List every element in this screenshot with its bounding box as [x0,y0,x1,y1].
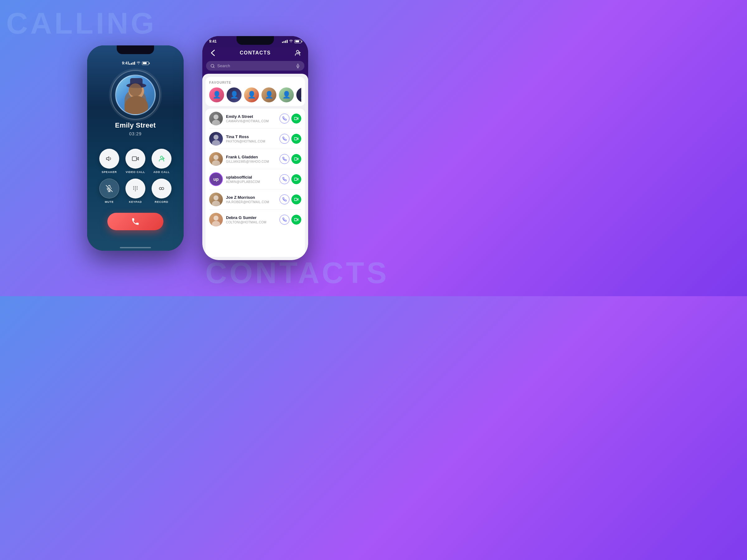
contact-info: uplabsofficialADMIN@UPLABSCOM [226,175,276,184]
svg-point-21 [137,189,137,190]
fav-avatar-4[interactable] [261,87,276,102]
contact-call-button[interactable] [280,174,289,184]
contact-avatar[interactable] [209,193,223,206]
svg-rect-36 [294,117,297,120]
svg-point-19 [133,189,134,190]
record-icon [158,185,165,192]
contact-name: Tina T Ross [226,134,276,139]
add-call-button-wrap: ADD CALL [152,149,172,174]
fav-avatar-6[interactable] [296,87,301,102]
svg-rect-6 [132,157,137,161]
status-time-calling: 9:41 [122,61,129,65]
contact-avatar[interactable] [209,213,223,226]
calling-screen: 9:41 [87,46,184,251]
fav-avatar-3[interactable] [244,87,259,102]
mute-button-wrap: MUTE [99,179,119,204]
contact-call-button[interactable] [280,215,289,224]
contact-name: Frank L Gladden [226,155,276,159]
video-call-label: VIDEO CALL [126,170,145,174]
favourite-avatars [209,87,301,102]
contact-call-button[interactable] [280,134,289,144]
contact-name: Debra G Sumler [226,215,276,220]
svg-point-1 [125,96,148,115]
contact-call-button[interactable] [280,154,289,164]
phones-container: 9:41 [87,36,308,260]
contact-video-button[interactable] [291,134,301,144]
wifi-icon [136,61,141,65]
search-bar[interactable] [206,61,304,71]
contact-actions [280,215,301,224]
battery-icon-contacts [294,40,301,43]
add-call-icon [158,155,165,162]
svg-rect-53 [294,198,297,201]
back-button[interactable] [208,48,218,58]
contact-email: COLTONI@HOTMAIL.COM [226,220,276,224]
contact-video-button[interactable] [291,174,301,184]
speaker-icon [106,155,113,162]
speaker-button-wrap: SPEAKER [99,149,119,174]
svg-point-20 [135,189,136,190]
home-indicator-contacts [240,256,271,258]
contact-actions [280,154,301,164]
contact-actions [280,113,301,124]
status-icons-calling [129,61,149,65]
mute-label: MUTE [105,201,114,204]
svg-line-29 [213,66,214,68]
add-call-button[interactable] [152,149,172,169]
video-call-button[interactable] [125,149,145,169]
fav-avatar-5[interactable] [279,87,294,102]
speaker-button[interactable] [99,149,119,169]
svg-point-22 [135,190,136,191]
contacts-screen: 9:41 [202,36,308,260]
contact-avatar[interactable] [209,132,223,145]
fav-avatar-1[interactable] [209,87,224,102]
fav-avatar-2[interactable] [227,87,241,102]
caller-avatar-container [115,75,156,115]
mute-icon [106,185,113,192]
notch-contacts [236,36,274,45]
video-call-button-wrap: VIDEO CALL [125,149,145,174]
add-call-label: ADD CALL [153,170,170,174]
contact-avatar[interactable] [209,112,223,125]
contacts-title: CONTACTS [240,50,271,56]
svg-rect-3 [130,78,143,87]
record-button[interactable] [152,179,172,198]
contact-info: Emily A StreetCAMARVI6@HOTMAIL.COM [226,114,276,123]
svg-rect-41 [294,137,297,140]
add-contact-button[interactable] [292,48,303,58]
wifi-icon-contacts [289,39,293,44]
keypad-button[interactable] [125,179,145,198]
add-contact-icon [294,50,301,56]
mute-button[interactable] [99,179,119,198]
contact-email: PAXTON@HOTMAIL.COM [226,140,276,143]
contact-video-button[interactable] [291,154,301,164]
bg-label-contacts: CONTACTS [205,256,389,290]
battery-icon [142,61,149,65]
contact-call-button[interactable] [280,113,289,124]
contact-avatar[interactable]: up [209,172,223,186]
caller-avatar [115,75,156,115]
contact-item: Emily A StreetCAMARVI6@HOTMAIL.COM [209,109,301,129]
contact-avatar[interactable] [209,152,223,166]
contact-item: Joe Z MorrisonHA.ROBER@HOTMAIL.COM [209,189,301,210]
contact-name: Joe Z Morrison [226,195,276,200]
contact-video-button[interactable] [291,215,301,224]
contact-call-button[interactable] [280,194,289,205]
microphone-icon[interactable] [296,64,300,68]
search-input[interactable] [217,63,293,68]
calling-phone: 9:41 [87,46,184,251]
svg-point-7 [160,156,162,158]
svg-rect-46 [294,158,297,160]
end-call-button[interactable] [107,213,163,230]
call-buttons-grid: SPEAKER VIDEO CALL [93,149,178,204]
speaker-label: SPEAKER [101,170,117,174]
svg-point-38 [213,135,218,140]
search-icon [210,64,215,68]
contact-item: upuplabsofficialADMIN@UPLABSCOM [209,169,301,189]
contact-video-button[interactable] [291,113,301,124]
record-label: RECORD [155,201,169,204]
svg-point-16 [133,188,134,189]
contact-item: Tina T RossPAXTON@HOTMAIL.COM [209,129,301,149]
contact-video-button[interactable] [291,194,301,205]
call-timer: 03:29 [129,131,141,136]
